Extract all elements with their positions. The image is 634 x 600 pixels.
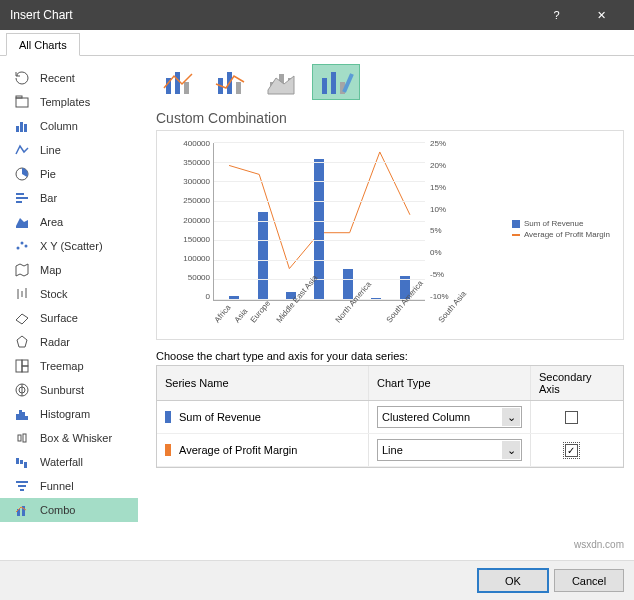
- sidebar-item-scatter[interactable]: X Y (Scatter): [0, 234, 138, 258]
- treemap-icon: [14, 358, 30, 374]
- secondary-axis-checkbox[interactable]: [565, 411, 578, 424]
- secondary-axis-checkbox[interactable]: ✓: [565, 444, 578, 457]
- secondary-axis-cell: ✓: [531, 434, 611, 466]
- subtype-clustered-column-line-secondary[interactable]: [208, 64, 256, 100]
- help-button[interactable]: ?: [534, 0, 579, 30]
- svg-point-10: [17, 247, 20, 250]
- sidebar-item-label: Funnel: [40, 480, 74, 492]
- svg-rect-1: [16, 96, 22, 98]
- y-axis-right: 25%20%15%10%5%0%-5%-10%: [430, 139, 460, 301]
- sidebar-item-stock[interactable]: Stock: [0, 282, 138, 306]
- chart-type-value: Line: [382, 444, 403, 456]
- svg-rect-34: [18, 485, 26, 487]
- subtype-custom-combination[interactable]: [312, 64, 360, 100]
- sidebar-item-label: Sunburst: [40, 384, 84, 396]
- radar-icon: [14, 334, 30, 350]
- series-table-header: Series Name Chart Type Secondary Axis: [157, 366, 623, 401]
- sidebar-item-map[interactable]: Map: [0, 258, 138, 282]
- svg-marker-17: [17, 336, 27, 347]
- svg-marker-9: [16, 218, 28, 228]
- sidebar-item-area[interactable]: Area: [0, 210, 138, 234]
- pie-icon: [14, 166, 30, 182]
- sidebar-item-funnel[interactable]: Funnel: [0, 474, 138, 498]
- sidebar-item-column[interactable]: Column: [0, 114, 138, 138]
- sidebar-item-combo[interactable]: Combo: [0, 498, 138, 522]
- chart-legend: Sum of Revenue Average of Profit Margin: [512, 219, 610, 241]
- svg-marker-16: [16, 314, 28, 324]
- svg-rect-4: [24, 124, 27, 132]
- chart-preview: 4000003500003000002500002000001500001000…: [156, 130, 624, 340]
- chart-type-dropdown[interactable]: Line⌄: [377, 439, 522, 461]
- funnel-icon: [14, 478, 30, 494]
- combo-icon: [14, 502, 30, 518]
- legend-swatch-icon: [512, 220, 520, 228]
- legend-swatch-icon: [512, 234, 520, 236]
- subtype-stacked-area-column[interactable]: [260, 64, 308, 100]
- svg-rect-18: [16, 360, 22, 372]
- series-name-label: Average of Profit Margin: [179, 444, 297, 456]
- sidebar-item-pie[interactable]: Pie: [0, 162, 138, 186]
- svg-rect-25: [19, 410, 22, 420]
- cancel-button[interactable]: Cancel: [554, 569, 624, 592]
- sidebar-item-label: Histogram: [40, 408, 90, 420]
- svg-rect-29: [23, 434, 26, 442]
- sidebar-item-histogram[interactable]: Histogram: [0, 402, 138, 426]
- combo-subtype-icon: [264, 68, 304, 96]
- svg-rect-32: [24, 462, 27, 468]
- line-icon: [14, 142, 30, 158]
- tab-all-charts[interactable]: All Charts: [6, 33, 80, 56]
- sidebar-item-label: Combo: [40, 504, 75, 516]
- svg-rect-40: [184, 82, 189, 94]
- sidebar-item-bar[interactable]: Bar: [0, 186, 138, 210]
- tab-strip: All Charts: [0, 32, 634, 56]
- series-color-swatch: [165, 444, 171, 456]
- sidebar-item-label: Waterfall: [40, 456, 83, 468]
- sidebar-item-label: Stock: [40, 288, 68, 300]
- x-axis-labels: AfricaAsiaEuropeMiddle East AsiaNorth Am…: [213, 296, 425, 336]
- sidebar-item-label: Treemap: [40, 360, 84, 372]
- recent-icon: [14, 70, 30, 86]
- sidebar-item-label: Column: [40, 120, 78, 132]
- header-chart-type: Chart Type: [369, 366, 531, 400]
- histogram-icon: [14, 406, 30, 422]
- chart-type-dropdown[interactable]: Clustered Column⌄: [377, 406, 522, 428]
- legend-label: Average of Profit Margin: [524, 230, 610, 239]
- scatter-icon: [14, 238, 30, 254]
- sidebar-item-label: Line: [40, 144, 61, 156]
- svg-rect-33: [16, 481, 28, 483]
- plot-area: [213, 143, 425, 301]
- subtype-clustered-column-line[interactable]: [156, 64, 204, 100]
- ok-button[interactable]: OK: [478, 569, 548, 592]
- series-row: Sum of RevenueClustered Column⌄: [157, 401, 623, 434]
- watermark: wsxdn.com: [574, 539, 624, 550]
- sidebar-item-recent[interactable]: Recent: [0, 66, 138, 90]
- sidebar-item-templates[interactable]: Templates: [0, 90, 138, 114]
- secondary-axis-cell: [531, 401, 611, 433]
- svg-point-11: [21, 242, 24, 245]
- sidebar-item-radar[interactable]: Radar: [0, 330, 138, 354]
- main-panel: Custom Combination 400000350000300000250…: [138, 56, 634, 548]
- sidebar-item-treemap[interactable]: Treemap: [0, 354, 138, 378]
- sidebar-item-surface[interactable]: Surface: [0, 306, 138, 330]
- series-name-label: Sum of Revenue: [179, 411, 261, 423]
- svg-rect-20: [22, 366, 28, 372]
- dialog-footer: OK Cancel: [0, 560, 634, 600]
- close-button[interactable]: ✕: [579, 0, 624, 30]
- sidebar-item-label: Templates: [40, 96, 90, 108]
- waterfall-icon: [14, 454, 30, 470]
- sidebar-item-line[interactable]: Line: [0, 138, 138, 162]
- sidebar-item-sunburst[interactable]: Sunburst: [0, 378, 138, 402]
- sidebar-item-label: Surface: [40, 312, 78, 324]
- svg-rect-24: [16, 414, 19, 420]
- svg-line-51: [344, 74, 352, 92]
- chart-type-value: Clustered Column: [382, 411, 470, 423]
- combo-subtype-icon: [212, 68, 252, 96]
- chart-category-sidebar: RecentTemplatesColumnLinePieBarAreaX Y (…: [0, 56, 138, 548]
- svg-rect-39: [175, 72, 180, 94]
- sidebar-item-box[interactable]: Box & Whisker: [0, 426, 138, 450]
- svg-rect-6: [16, 193, 24, 195]
- svg-rect-2: [16, 126, 19, 132]
- sidebar-item-waterfall[interactable]: Waterfall: [0, 450, 138, 474]
- map-icon: [14, 262, 30, 278]
- header-secondary-axis: Secondary Axis: [531, 366, 611, 400]
